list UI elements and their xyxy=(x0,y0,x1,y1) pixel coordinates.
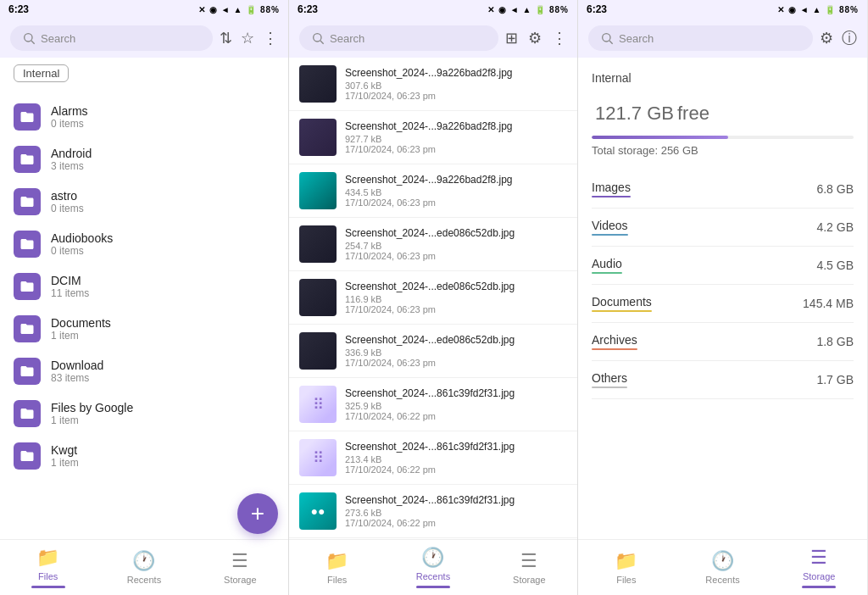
nav-files-1[interactable]: 📁 Files xyxy=(0,540,96,595)
storage-nav-icon-1: ☰ xyxy=(231,550,248,572)
storage-category-info: Audio xyxy=(592,257,622,274)
svg-point-2 xyxy=(314,34,321,42)
nav-storage-3[interactable]: ☰ Storage xyxy=(771,540,867,595)
file-meta: 927.7 kB17/10/2024, 06:23 pm xyxy=(345,134,567,154)
file-item[interactable]: Screenshot_2024-...9a226bad2f8.jpg 434.5… xyxy=(289,164,577,218)
folder-item[interactable]: Android 3 items xyxy=(0,138,288,181)
settings-icon-3[interactable]: ⚙ xyxy=(820,29,833,47)
folder-item[interactable]: DCIM 11 items xyxy=(0,265,288,308)
status-icons-1: ✕ ◉ ◄ ▲ 🔋 88% xyxy=(198,5,280,14)
file-item[interactable]: ⠿ Screenshot_2024-...861c39fd2f31.jpg 21… xyxy=(289,431,577,485)
star-icon[interactable]: ☆ xyxy=(241,29,254,47)
svg-point-0 xyxy=(25,34,32,42)
folder-count: 1 item xyxy=(51,414,133,426)
nav-storage-1[interactable]: ☰ Storage xyxy=(192,540,288,595)
storage-total-label: Total storage: 256 GB xyxy=(592,144,854,157)
file-name: Screenshot_2024-...861c39fd2f31.jpg xyxy=(345,387,567,399)
file-name: Screenshot_2024-...9a226bad2f8.jpg xyxy=(345,67,567,79)
file-item[interactable]: ⠿ Screenshot_2024-...861c39fd2f31.jpg 32… xyxy=(289,378,577,431)
nav-indicator-3 xyxy=(802,586,836,588)
search-icon-3 xyxy=(600,31,614,45)
file-item[interactable]: Screenshot_2024-...ede086c52db.jpg 116.9… xyxy=(289,271,577,325)
info-icon-3[interactable]: ⓘ xyxy=(842,28,857,48)
nav-storage-label-1: Storage xyxy=(224,575,257,585)
file-meta: 336.9 kB17/10/2024, 06:23 pm xyxy=(345,348,567,368)
nav-files-3[interactable]: 📁 Files xyxy=(578,540,675,595)
folder-item[interactable]: Files by Google 1 item xyxy=(0,392,288,435)
file-info: Screenshot_2024-...ede086c52db.jpg 116.9… xyxy=(345,281,567,314)
folder-name: Download xyxy=(51,359,103,372)
folder-item[interactable]: Audiobooks 0 items xyxy=(0,223,288,265)
file-item[interactable]: Screenshot_2024-...9a226bad2f8.jpg 927.7… xyxy=(289,111,577,164)
folder-item[interactable]: Download 83 items xyxy=(0,350,288,392)
nav-files-label-3: Files xyxy=(616,575,636,585)
storage-category-underline xyxy=(592,272,622,274)
nav-recents-label-1: Recents xyxy=(127,575,161,585)
folder-svg xyxy=(19,321,35,336)
file-item[interactable]: Screenshot_2024-...ede086c52db.jpg 254.7… xyxy=(289,218,577,271)
storage-category-item: Videos 4.2 GB xyxy=(592,209,854,247)
storage-category-label: Documents xyxy=(592,295,652,309)
folder-icon xyxy=(14,273,41,300)
nav-storage-label-2: Storage xyxy=(513,575,546,585)
bottom-nav-1: 📁 Files 🕐 Recents ☰ Storage xyxy=(0,539,288,595)
more-icon-2[interactable]: ⋮ xyxy=(552,29,567,47)
folder-icon xyxy=(14,315,41,342)
folder-icon xyxy=(14,146,41,173)
storage-bar xyxy=(592,136,854,139)
file-info: Screenshot_2024-...861c39fd2f31.jpg 213.… xyxy=(345,441,567,475)
search-input-3[interactable]: Search xyxy=(588,25,813,51)
search-placeholder-1: Search xyxy=(41,32,75,45)
recents-nav-icon-3: 🕐 xyxy=(711,550,734,572)
search-placeholder-3: Search xyxy=(619,32,654,45)
folder-item[interactable]: Kwgt 1 item xyxy=(0,435,288,477)
folder-info: Alarms 0 items xyxy=(51,104,88,130)
file-thumb xyxy=(299,279,337,316)
sort-icon[interactable]: ⇅ xyxy=(220,29,232,47)
nav-recents-2[interactable]: 🕐 Recents xyxy=(385,540,481,595)
search-input-1[interactable]: Search xyxy=(10,25,213,51)
storage-category-item: Others 1.7 GB xyxy=(592,361,854,399)
folder-count: 1 item xyxy=(51,457,79,469)
svg-line-3 xyxy=(320,41,324,44)
status-bar-3: 6:23 ✕ ◉ ◄ ▲ 🔋 88% xyxy=(578,0,867,19)
file-thumb xyxy=(299,225,337,263)
folder-svg xyxy=(19,236,35,252)
status-icons-3: ✕ ◉ ◄ ▲ 🔋 88% xyxy=(777,5,859,14)
folder-item[interactable]: Alarms 0 items xyxy=(0,96,288,138)
folder-name: Alarms xyxy=(51,104,88,118)
bottom-nav-2: 📁 Files 🕐 Recents ☰ Storage xyxy=(289,539,577,595)
folder-info: Files by Google 1 item xyxy=(51,401,133,426)
more-icon[interactable]: ⋮ xyxy=(263,29,278,47)
folder-item[interactable]: Documents 1 item xyxy=(0,308,288,350)
file-name: Screenshot_2024-...861c39fd2f31.jpg xyxy=(345,494,567,506)
storage-category-value: 6.8 GB xyxy=(816,182,854,196)
file-meta: 307.6 kB17/10/2024, 06:23 pm xyxy=(345,81,567,101)
file-thumb xyxy=(299,119,337,156)
storage-category-value: 1.7 GB xyxy=(816,373,854,386)
nav-indicator-2 xyxy=(416,586,450,588)
grid-icon[interactable]: ⊞ xyxy=(505,29,518,47)
folder-info: Kwgt 1 item xyxy=(51,443,79,469)
storage-category-info: Images xyxy=(592,181,631,197)
file-item[interactable]: Screenshot_2024-...9a226bad2f8.jpg 307.6… xyxy=(289,58,577,111)
nav-files-label-2: Files xyxy=(327,575,347,585)
nav-storage-2[interactable]: ☰ Storage xyxy=(481,540,577,595)
storage-category-info: Videos xyxy=(592,219,628,236)
nav-recents-1[interactable]: 🕐 Recents xyxy=(96,540,192,595)
file-thumb: ⠿ xyxy=(299,439,337,476)
nav-files-2[interactable]: 📁 Files xyxy=(289,540,385,595)
folder-name: DCIM xyxy=(51,274,89,287)
toolbar-icons-1: ⇅ ☆ ⋮ xyxy=(220,29,278,47)
file-meta: 325.9 kB17/10/2024, 06:22 pm xyxy=(345,401,567,421)
folder-name: Android xyxy=(51,147,92,160)
file-item[interactable]: Screenshot_2024-...ede086c52db.jpg 336.9… xyxy=(289,325,577,378)
file-item[interactable]: ●● Screenshot_2024-...861c39fd2f31.jpg 2… xyxy=(289,485,577,538)
fab-button[interactable]: + xyxy=(237,493,278,534)
search-input-2[interactable]: Search xyxy=(299,25,498,51)
folder-item[interactable]: astro 0 items xyxy=(0,181,288,223)
settings-icon[interactable]: ⚙ xyxy=(528,29,542,47)
nav-recents-3[interactable]: 🕐 Recents xyxy=(675,540,771,595)
storage-nav-icon-2: ☰ xyxy=(520,550,537,572)
search-bar-3: Search ⚙ ⓘ xyxy=(578,19,867,58)
